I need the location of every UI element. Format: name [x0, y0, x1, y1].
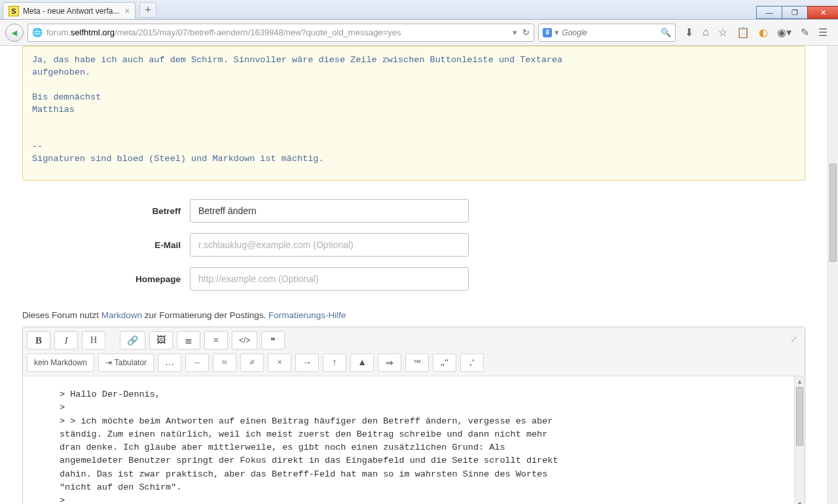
new-tab-button[interactable]: + — [139, 2, 156, 18]
bookmark-star-icon[interactable]: ☆ — [718, 26, 727, 39]
search-input[interactable] — [562, 28, 661, 37]
addon-icon[interactable]: ◐ — [759, 26, 768, 39]
tab-title: Meta - neue Antwort verfa... — [23, 7, 119, 16]
url-bar[interactable]: 🌐 forum.selfhtml.org/meta/2015/may/07/be… — [27, 24, 534, 42]
favicon: S — [9, 6, 19, 16]
search-icon[interactable]: 🔍 — [661, 27, 671, 37]
url-text: forum.selfhtml.org/meta/2015/may/07/betr… — [46, 27, 510, 37]
back-button[interactable]: ◄ — [5, 24, 24, 42]
extension-icon[interactable]: ✎ — [801, 26, 809, 39]
tab-close-icon[interactable]: × — [124, 6, 130, 16]
clipboard-icon[interactable]: 📋 — [737, 26, 750, 39]
downloads-icon[interactable]: ⬇ — [685, 26, 693, 39]
globe-icon: 🌐 — [32, 27, 43, 38]
reload-icon[interactable]: ↻ — [522, 27, 530, 37]
url-dropdown-icon[interactable]: ▾ — [513, 27, 517, 37]
sync-icon[interactable]: ◉▾ — [777, 26, 792, 39]
home-icon[interactable]: ⌂ — [702, 26, 709, 39]
window-close-button[interactable]: ✕ — [807, 6, 838, 19]
browser-tab[interactable]: S Meta - neue Antwort verfa... × — [3, 2, 136, 19]
window-maximize-button[interactable]: ❐ — [782, 6, 808, 19]
toolbar-icons: ⬇ ⌂ ☆ 📋 ◐ ◉▾ ✎ ☰ — [680, 26, 833, 39]
window-titlebar: S Meta - neue Antwort verfa... × + — ❐ ✕ — [0, 0, 838, 20]
search-bar[interactable]: 8 ▾ 🔍 — [538, 24, 676, 42]
browser-navbar: ◄ 🌐 forum.selfhtml.org/meta/2015/may/07/… — [0, 20, 838, 46]
menu-icon[interactable]: ☰ — [818, 26, 828, 39]
google-icon: 8 — [543, 28, 552, 37]
window-minimize-button[interactable]: — — [756, 6, 782, 19]
